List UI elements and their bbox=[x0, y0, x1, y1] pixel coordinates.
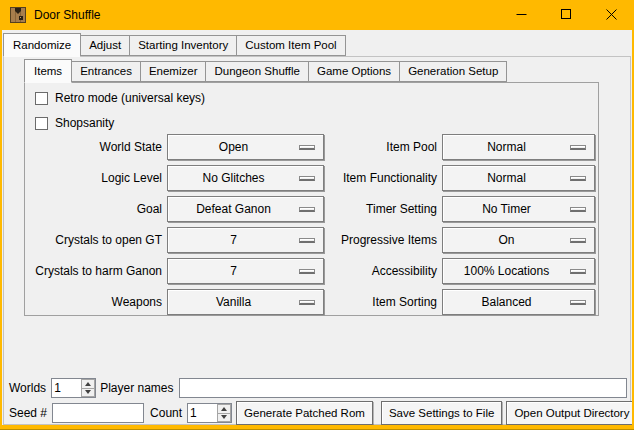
tab-generation-setup[interactable]: Generation Setup bbox=[399, 61, 507, 82]
item-sorting-label: Item Sorting bbox=[324, 295, 437, 309]
retro-mode-checkbox[interactable] bbox=[35, 92, 48, 105]
tab-randomize[interactable]: Randomize bbox=[3, 33, 81, 57]
spin-down-icon bbox=[221, 415, 227, 419]
timer-setting-dropdown[interactable]: No Timer bbox=[442, 196, 595, 222]
tab-dungeon-shuffle[interactable]: Dungeon Shuffle bbox=[205, 61, 308, 82]
app-door-icon bbox=[10, 7, 26, 23]
worlds-spin-up-button[interactable] bbox=[81, 379, 95, 389]
crystals-gt-label: Crystals to open GT bbox=[25, 233, 162, 247]
tab-items[interactable]: Items bbox=[24, 59, 72, 83]
close-icon bbox=[606, 9, 617, 20]
count-spin-up-button[interactable] bbox=[217, 404, 231, 414]
tab-custom-item-pool[interactable]: Custom Item Pool bbox=[236, 35, 345, 56]
worlds-input[interactable] bbox=[52, 379, 81, 397]
world-state-dropdown[interactable]: Open bbox=[167, 134, 324, 160]
dropdown-indicator-icon bbox=[570, 238, 586, 243]
items-pane: Retro mode (universal keys) Shopsanity W… bbox=[24, 82, 599, 316]
dropdown-indicator-icon bbox=[570, 176, 586, 181]
crystals-gt-dropdown[interactable]: 7 bbox=[167, 227, 324, 253]
worlds-stepper bbox=[51, 378, 96, 398]
count-spin-down-button[interactable] bbox=[217, 414, 231, 423]
count-label: Count bbox=[150, 406, 182, 420]
tab-starting-inventory[interactable]: Starting Inventory bbox=[129, 35, 237, 56]
shopsanity-label: Shopsanity bbox=[55, 116, 114, 130]
accessibility-label: Accessibility bbox=[324, 264, 437, 278]
crystals-ganon-label: Crystals to harm Ganon bbox=[25, 264, 162, 278]
maximize-button[interactable] bbox=[544, 0, 589, 29]
dropdown-indicator-icon bbox=[299, 207, 315, 212]
main-tabbar: Randomize Adjust Starting Inventory Cust… bbox=[3, 31, 345, 56]
spin-up-icon bbox=[85, 382, 91, 386]
logic-level-label: Logic Level bbox=[25, 171, 162, 185]
door-shuffle-window: Door Shuffle Randomize Adjust Starting I… bbox=[0, 0, 634, 430]
window-title: Door Shuffle bbox=[34, 0, 101, 30]
worlds-label: Worlds bbox=[9, 381, 46, 395]
player-names-label: Player names bbox=[100, 381, 173, 395]
item-pool-dropdown[interactable]: Normal bbox=[442, 134, 595, 160]
shopsanity-checkbox-row: Shopsanity bbox=[35, 116, 114, 130]
weapons-label: Weapons bbox=[25, 295, 162, 309]
shopsanity-checkbox[interactable] bbox=[35, 117, 48, 130]
retro-mode-checkbox-row: Retro mode (universal keys) bbox=[35, 91, 205, 105]
goal-dropdown[interactable]: Defeat Ganon bbox=[167, 196, 324, 222]
crystals-ganon-dropdown[interactable]: 7 bbox=[167, 258, 324, 284]
progressive-items-label: Progressive Items bbox=[324, 233, 437, 247]
count-input[interactable] bbox=[188, 404, 217, 422]
maximize-icon bbox=[561, 9, 572, 20]
tab-game-options[interactable]: Game Options bbox=[308, 61, 400, 82]
save-settings-button[interactable]: Save Settings to File bbox=[381, 401, 502, 425]
settings-row: World State Open Item Pool Normal bbox=[25, 134, 598, 160]
spin-down-icon bbox=[85, 390, 91, 394]
minimize-button[interactable] bbox=[499, 0, 544, 29]
settings-row: Crystals to harm Ganon 7 Accessibility 1… bbox=[25, 258, 598, 284]
player-names-input[interactable] bbox=[179, 378, 628, 398]
settings-row: Weapons Vanilla Item Sorting Balanced bbox=[25, 289, 598, 315]
sub-tabbar: Items Entrances Enemizer Dungeon Shuffle… bbox=[24, 58, 506, 82]
retro-mode-label: Retro mode (universal keys) bbox=[55, 91, 205, 105]
count-stepper bbox=[187, 403, 232, 423]
tab-adjust[interactable]: Adjust bbox=[80, 35, 130, 56]
item-functionality-label: Item Functionality bbox=[324, 171, 437, 185]
settings-row: Crystals to open GT 7 Progressive Items … bbox=[25, 227, 598, 253]
settings-row: Goal Defeat Ganon Timer Setting No Timer bbox=[25, 196, 598, 222]
randomize-pane: Items Entrances Enemizer Dungeon Shuffle… bbox=[3, 56, 631, 425]
world-state-label: World State bbox=[25, 140, 162, 154]
settings-row: Logic Level No Glitches Item Functionali… bbox=[25, 165, 598, 191]
item-functionality-dropdown[interactable]: Normal bbox=[442, 165, 595, 191]
weapons-dropdown[interactable]: Vanilla bbox=[167, 289, 324, 315]
dropdown-indicator-icon bbox=[570, 269, 586, 274]
accessibility-dropdown[interactable]: 100% Locations bbox=[442, 258, 595, 284]
open-output-directory-button[interactable]: Open Output Directory bbox=[506, 401, 632, 425]
dropdown-indicator-icon bbox=[299, 145, 315, 150]
spin-up-icon bbox=[221, 407, 227, 411]
seed-row: Seed # Count Generate Patched Rom Save S… bbox=[9, 401, 627, 425]
timer-setting-label: Timer Setting bbox=[324, 202, 437, 216]
close-button[interactable] bbox=[589, 0, 634, 29]
generate-patched-rom-button[interactable]: Generate Patched Rom bbox=[236, 401, 373, 425]
dropdown-indicator-icon bbox=[299, 238, 315, 243]
progressive-items-dropdown[interactable]: On bbox=[442, 227, 595, 253]
seed-input[interactable] bbox=[52, 403, 144, 423]
dropdown-indicator-icon bbox=[299, 176, 315, 181]
worlds-spin-down-button[interactable] bbox=[81, 389, 95, 398]
dropdown-indicator-icon bbox=[570, 145, 586, 150]
worlds-row: Worlds Player names bbox=[9, 378, 627, 398]
dropdown-indicator-icon bbox=[570, 207, 586, 212]
title-bar[interactable]: Door Shuffle bbox=[0, 0, 634, 30]
item-pool-label: Item Pool bbox=[324, 140, 437, 154]
dropdown-indicator-icon bbox=[570, 300, 586, 305]
client-area: Randomize Adjust Starting Inventory Cust… bbox=[2, 30, 632, 425]
tab-entrances[interactable]: Entrances bbox=[71, 61, 141, 82]
dropdown-indicator-icon bbox=[299, 300, 315, 305]
goal-label: Goal bbox=[25, 202, 162, 216]
logic-level-dropdown[interactable]: No Glitches bbox=[167, 165, 324, 191]
seed-label: Seed # bbox=[9, 406, 47, 420]
item-sorting-dropdown[interactable]: Balanced bbox=[442, 289, 595, 315]
tab-enemizer[interactable]: Enemizer bbox=[140, 61, 207, 82]
dropdown-indicator-icon bbox=[299, 269, 315, 274]
minimize-icon bbox=[516, 9, 527, 20]
